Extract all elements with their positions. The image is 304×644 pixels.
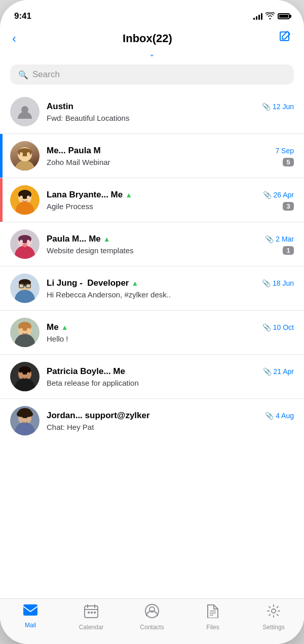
search-bar[interactable]: 🔍 Search	[10, 64, 294, 85]
svg-point-48	[27, 417, 30, 421]
email-subject: Hi Rebecca Anderson, #zylker desk..	[47, 290, 294, 299]
email-top-row: Paula M... Me ▲ 📎 2 Mar	[47, 234, 294, 244]
svg-point-18	[27, 240, 30, 244]
svg-point-44	[17, 412, 22, 417]
nav-label-calendar: Calendar	[79, 624, 104, 631]
email-content: Li Jung - Developer ▲ 📎 18 Jun Hi Rebecc…	[47, 278, 294, 299]
status-bar: 9:41	[0, 0, 304, 25]
email-count-badge: 3	[283, 202, 294, 211]
phone-frame: 9:41 ‹ In	[0, 0, 304, 644]
email-top-row: Austin 📎 12 Jun	[47, 101, 294, 112]
email-count-badge: 1	[283, 246, 294, 255]
email-meta: 📎 21 Apr	[263, 367, 294, 376]
battery-fill	[279, 15, 288, 18]
email-date: 10 Oct	[273, 323, 294, 331]
attachment-icon: 📎	[265, 235, 274, 243]
email-subject: Chat: Hey Pat	[47, 423, 294, 431]
attachment-icon: 📎	[262, 323, 271, 331]
nav-label-contacts: Contacts	[140, 624, 164, 631]
inbox-title: Inbox(22)	[123, 32, 172, 45]
svg-point-33	[20, 328, 23, 332]
unread-accent	[0, 134, 3, 178]
signal-bar-2	[256, 16, 257, 20]
compose-button[interactable]	[279, 30, 292, 46]
email-content: Me ▲ 📎 10 Oct Hello !	[47, 322, 294, 343]
svg-point-39	[20, 372, 23, 376]
email-date: 18 Jun	[273, 279, 294, 287]
attachment-icon: 📎	[262, 103, 271, 111]
attachment-icon: 📎	[263, 191, 272, 199]
signal-bar-1	[253, 18, 255, 20]
main-content: ‹ Inbox(22) ⌄ 🔍 Search	[0, 25, 304, 598]
svg-point-45	[28, 412, 33, 417]
svg-point-11	[20, 196, 23, 199]
email-meta: 📎 26 Apr	[263, 191, 294, 199]
avatar	[10, 274, 40, 303]
email-sender: Me ▲	[47, 322, 68, 332]
email-meta: 📎 2 Mar	[265, 235, 294, 243]
email-subject: Agile Process	[47, 202, 93, 211]
header-chevron[interactable]: ⌄	[0, 49, 304, 61]
search-bar-container: 🔍 Search	[0, 61, 304, 90]
chevron-down-icon: ⌄	[149, 50, 155, 58]
nav-item-calendar[interactable]: Calendar	[61, 604, 122, 631]
header: ‹ Inbox(22)	[0, 25, 304, 49]
email-list: Austin 📎 12 Jun Fwd: Beautiful Locations	[0, 90, 304, 443]
avatar	[10, 185, 40, 215]
email-date: 7 Sep	[275, 147, 294, 155]
svg-point-12	[27, 196, 30, 199]
email-sender: Patricia Boyle... Me	[47, 366, 125, 377]
battery-icon	[278, 13, 290, 19]
status-time: 9:41	[14, 11, 31, 21]
email-top-row: Me... Paula M 7 Sep	[47, 146, 294, 156]
nav-item-settings[interactable]: Settings	[243, 604, 304, 631]
search-input[interactable]: Search	[32, 70, 60, 80]
flag-icon: ▲	[61, 323, 68, 331]
svg-rect-27	[26, 284, 30, 288]
email-content: Jordan... support@zylker 📎 4 Aug Chat: H…	[47, 411, 294, 431]
list-item[interactable]: Austin 📎 12 Jun Fwd: Beautiful Locations	[0, 90, 304, 134]
email-content: Lana Bryante... Me ▲ 📎 26 Apr Agile Proc…	[47, 190, 294, 211]
svg-point-34	[27, 328, 30, 332]
svg-rect-56	[94, 612, 96, 614]
list-item[interactable]: Paula M... Me ▲ 📎 2 Mar Website design t…	[0, 222, 304, 266]
calendar-icon	[84, 604, 98, 622]
flag-icon: ▲	[125, 191, 132, 199]
email-subject: Zoho Mail Webinar	[47, 158, 110, 166]
svg-rect-55	[91, 612, 93, 614]
email-content: Patricia Boyle... Me 📎 21 Apr Beta relea…	[47, 366, 294, 387]
list-item[interactable]: Me... Paula M 7 Sep Zoho Mail Webinar 5	[0, 134, 304, 178]
nav-label-mail: Mail	[25, 622, 36, 629]
svg-point-47	[20, 417, 23, 421]
svg-rect-26	[19, 284, 24, 288]
nav-item-mail[interactable]: Mail	[0, 604, 61, 629]
avatar	[10, 318, 40, 347]
avatar	[10, 406, 40, 435]
email-meta: 📎 18 Jun	[262, 279, 294, 287]
list-item[interactable]: Jordan... support@zylker 📎 4 Aug Chat: H…	[0, 399, 304, 443]
files-icon	[207, 604, 219, 622]
email-subject: Website design templates	[47, 246, 133, 255]
list-item[interactable]: Lana Bryante... Me ▲ 📎 26 Apr Agile Proc…	[0, 178, 304, 222]
list-item[interactable]: Li Jung - Developer ▲ 📎 18 Jun Hi Rebecc…	[0, 266, 304, 311]
attachment-icon: 📎	[265, 412, 274, 420]
email-top-row: Patricia Boyle... Me 📎 21 Apr	[47, 366, 294, 377]
email-date: 12 Jun	[273, 103, 294, 111]
svg-rect-54	[88, 612, 90, 614]
email-content: Paula M... Me ▲ 📎 2 Mar Website design t…	[47, 234, 294, 255]
back-button[interactable]: ‹	[12, 31, 16, 46]
nav-item-contacts[interactable]: Contacts	[122, 604, 182, 631]
email-content: Austin 📎 12 Jun Fwd: Beautiful Locations	[47, 101, 294, 122]
email-meta: 📎 10 Oct	[262, 323, 294, 331]
list-item[interactable]: Patricia Boyle... Me 📎 21 Apr Beta relea…	[0, 355, 304, 399]
flag-icon: ▲	[103, 235, 110, 243]
status-icons	[253, 12, 290, 21]
list-item[interactable]: Me ▲ 📎 10 Oct Hello !	[0, 311, 304, 355]
signal-bars-icon	[253, 13, 262, 20]
nav-label-files: Files	[206, 624, 219, 631]
svg-point-19	[23, 243, 27, 247]
svg-point-6	[27, 152, 30, 156]
nav-item-files[interactable]: Files	[182, 604, 243, 631]
mail-icon	[23, 604, 38, 620]
settings-icon	[267, 604, 281, 622]
